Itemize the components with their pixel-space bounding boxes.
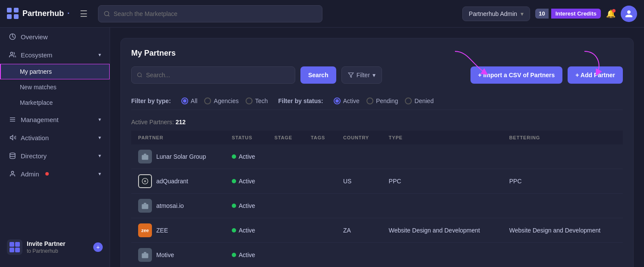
cell-partner: Lunar Solar Group [131, 144, 225, 169]
radio-tech [246, 97, 253, 104]
status-cell: Active [232, 251, 261, 258]
main-content: My Partners [110, 28, 644, 267]
cell-status: Active [225, 144, 268, 169]
notifications-button[interactable]: 🔔 [606, 9, 616, 19]
topbar: Partnerhub · ☰ Partnerhub Admin ▾ 10 Int… [0, 0, 644, 28]
toolbar-container: Search Filter ▾ + Import a CSV of Partne… [131, 66, 623, 84]
logo-text: Partnerhub [22, 9, 64, 18]
toolbar: Search Filter ▾ + Import a CSV of Partne… [131, 66, 623, 84]
cell-bettering [502, 144, 623, 169]
status-cell: Active [232, 202, 261, 209]
sidebar-label-ecosystem: Ecosystem [21, 51, 52, 59]
radio-pending [366, 97, 373, 104]
credits-badge: 10 Interest Credits [535, 9, 601, 19]
table-row[interactable]: zee ZEE Active ZA Website Design and Dev… [131, 218, 623, 243]
logo-icon [7, 8, 19, 20]
partner-logo [138, 248, 152, 262]
chevron-down-icon: ▾ [521, 10, 524, 17]
bars-icon [9, 116, 16, 123]
filter-icon [348, 72, 354, 78]
table-row[interactable]: adQuadrant Active US PPC PPC [131, 169, 623, 194]
status-cell: Active [232, 153, 261, 160]
filter-status-active[interactable]: Active [334, 97, 360, 104]
sidebar-item-directory[interactable]: Directory ▾ [0, 147, 110, 165]
sidebar-item-new-matches[interactable]: New matches [0, 79, 110, 95]
partner-logo [138, 150, 152, 163]
radio-denied [405, 97, 412, 104]
cell-country: ZA [336, 218, 382, 243]
partners-search-input[interactable] [146, 72, 290, 79]
filter-type-tech[interactable]: Tech [246, 97, 268, 104]
table-row[interactable]: Motive Active [131, 243, 623, 267]
sidebar-item-overview[interactable]: Overview [0, 28, 110, 46]
table-header: PARTNER STATUS STAGE TAGS COUNTRY TYPE B… [131, 131, 623, 144]
svg-line-1 [108, 15, 110, 16]
import-csv-button[interactable]: + Import a CSV of Partners [470, 66, 563, 84]
status-dot [232, 253, 236, 257]
table-body: Lunar Solar Group Active adQuadrant Acti… [131, 144, 623, 267]
cell-tags [304, 218, 336, 243]
cell-type [382, 194, 502, 218]
sidebar-item-management[interactable]: Management ▾ [0, 110, 110, 129]
cell-tags [304, 169, 336, 194]
cell-partner: Motive [131, 243, 225, 267]
filter-type-all[interactable]: All [181, 97, 198, 104]
sidebar-item-marketplace[interactable]: Marketplace [0, 95, 110, 110]
cell-type [382, 144, 502, 169]
col-country: COUNTRY [336, 131, 382, 144]
partners-search-wrap [131, 66, 295, 84]
partners-table: PARTNER STATUS STAGE TAGS COUNTRY TYPE B… [131, 131, 623, 267]
add-invite-button[interactable]: + [93, 242, 103, 252]
status-label: Active [239, 227, 255, 234]
invite-partner-area[interactable]: Invite Partner to Partnerhub + [0, 234, 110, 260]
cell-status: Active [225, 243, 268, 267]
cell-country [336, 144, 382, 169]
sidebar-item-activation[interactable]: Activation ▾ [0, 129, 110, 147]
admin-notification-dot [45, 172, 49, 176]
filter-status-label: Filter by status: [278, 97, 323, 104]
admin-label: Partnerhub Admin [469, 10, 517, 17]
svg-point-0 [104, 11, 109, 16]
topbar-right: Partnerhub Admin ▾ 10 Interest Credits 🔔 [462, 6, 637, 22]
sidebar-label-directory: Directory [21, 152, 47, 160]
sidebar-item-my-partners[interactable]: My partners [0, 64, 110, 79]
status-label: Active [239, 178, 255, 185]
sidebar-item-admin[interactable]: Admin ▾ [0, 165, 110, 183]
cell-country [336, 194, 382, 218]
logo: Partnerhub · [7, 8, 69, 20]
credits-num: 10 [535, 9, 548, 19]
main-layout: Overview Ecosystem ▾ My partners New mat… [0, 28, 644, 267]
filter-status-denied[interactable]: Denied [405, 97, 433, 104]
search-button[interactable]: Search [300, 66, 336, 84]
status-label: Active [239, 251, 255, 258]
sidebar-item-ecosystem[interactable]: Ecosystem ▾ [0, 46, 110, 64]
partner-name: Motive [156, 251, 174, 258]
avatar-button[interactable] [621, 6, 637, 22]
status-dot [232, 179, 236, 183]
svg-marker-11 [348, 73, 354, 78]
filter-type-group: All Agencies Tech [181, 97, 268, 104]
filter-type-agencies[interactable]: Agencies [204, 97, 239, 104]
filter-status-pending[interactable]: Pending [366, 97, 398, 104]
table-row[interactable]: atmosai.io Active [131, 194, 623, 218]
svg-rect-12 [142, 155, 148, 160]
status-cell: Active [232, 227, 261, 234]
partner-logo [138, 174, 152, 188]
partner-logo: zee [138, 223, 152, 237]
chevron-down-icon: ▾ [98, 135, 101, 141]
admin-dropdown[interactable]: Partnerhub Admin ▾ [462, 6, 530, 21]
global-search-input[interactable] [114, 10, 317, 17]
status-dot [232, 154, 236, 159]
card-title: My Partners [131, 49, 623, 58]
menu-button[interactable]: ☰ [76, 7, 91, 21]
cell-stage [268, 243, 304, 267]
notification-dot [612, 9, 616, 13]
partner-cell: Lunar Solar Group [138, 150, 218, 163]
person-icon [9, 170, 16, 178]
table-row[interactable]: Lunar Solar Group Active [131, 144, 623, 169]
filter-button[interactable]: Filter ▾ [341, 66, 382, 84]
cell-stage [268, 218, 304, 243]
svg-rect-16 [142, 204, 148, 209]
add-partner-button[interactable]: + Add Partner [568, 66, 623, 84]
cell-partner: zee ZEE [131, 218, 225, 243]
